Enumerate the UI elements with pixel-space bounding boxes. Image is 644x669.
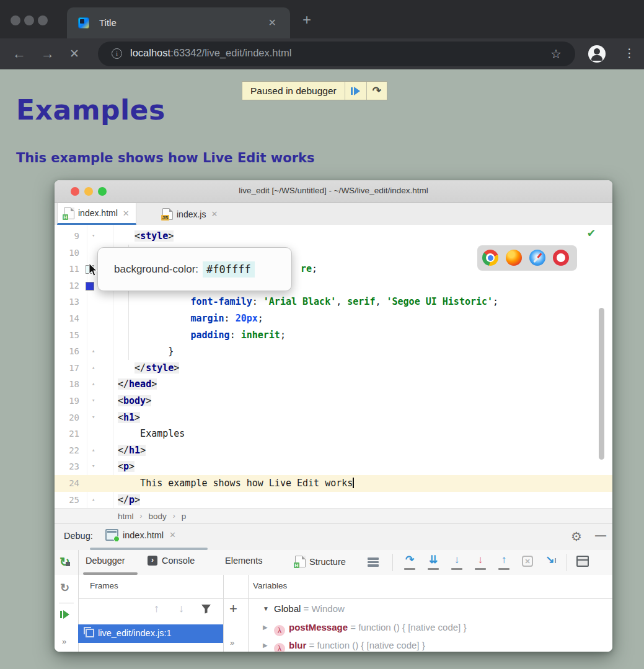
add-watch-icon[interactable]: + (229, 601, 237, 617)
opera-icon[interactable] (553, 250, 569, 266)
code-line-18[interactable]: 18▴</head> (55, 376, 612, 393)
step-out-icon[interactable]: ↑ (495, 554, 513, 570)
breadcrumb-html[interactable]: html (118, 512, 134, 521)
hide-panel-icon[interactable]: — (595, 529, 606, 542)
code-line-25[interactable]: 25▴</p> (55, 492, 612, 509)
code-line-22[interactable]: 22▴</h1> (55, 442, 612, 459)
tab-label: index.html (78, 208, 118, 218)
new-tab-button[interactable]: + (302, 14, 311, 26)
variable-postMessage[interactable]: ▶λpostMessage = function () { [native co… (248, 621, 612, 638)
filter-funnel-icon[interactable] (201, 604, 211, 614)
gear-icon[interactable]: ⚙ (571, 529, 582, 544)
site-info-icon[interactable]: i (112, 48, 122, 59)
window-zoom-button[interactable] (38, 15, 48, 25)
run-to-cursor-icon[interactable]: ↘I (542, 554, 560, 570)
browser-menu-icon[interactable]: ⋮ (624, 46, 635, 60)
expand-arrow-icon[interactable]: ▶ (263, 642, 268, 649)
refresh-frames-icon[interactable]: ↻ (60, 581, 69, 595)
debugger-tab-debugger[interactable]: Debugger (86, 556, 125, 566)
fold-marker-icon[interactable]: ▾ (92, 463, 97, 470)
smart-step-into-icon[interactable]: ↓ (471, 554, 490, 570)
line-number: 22 (55, 442, 79, 459)
step-over-icon[interactable]: ↷ (400, 554, 419, 570)
code-line-14[interactable]: 14 margin: 20px; (55, 310, 612, 327)
debugger-tab-console[interactable]: ›Console (148, 556, 195, 566)
breadcrumb-p[interactable]: p (182, 512, 187, 521)
next-frame-icon[interactable]: ↓ (179, 602, 184, 615)
editor-tab-index.js[interactable]: JSindex.js✕ (156, 203, 224, 225)
code-line-15[interactable]: 15 padding: inherit; (55, 327, 612, 344)
fold-marker-icon[interactable]: ▴ (92, 496, 97, 503)
code-line-13[interactable]: 13 font-family: 'Arial Black', serif, 'S… (55, 294, 612, 310)
code-editor[interactable]: 9▾ <style>10111213 font-family: 'Arial B… (55, 225, 612, 508)
url-host: localhost (130, 47, 170, 58)
fold-marker-icon[interactable]: ▴ (92, 447, 97, 453)
tab-close-icon[interactable]: ✕ (211, 209, 218, 219)
code-line-24[interactable]: 24 This example shows how Live Edit work… (55, 475, 612, 492)
window-close-button[interactable] (11, 15, 20, 25)
window-minimize-button[interactable] (24, 15, 34, 25)
stop-icon[interactable]: ✕ (69, 46, 79, 62)
tab-close-icon[interactable]: ✕ (268, 17, 276, 28)
debug-session-close-icon[interactable]: ✕ (169, 530, 176, 540)
debugger-tab-structure[interactable]: HStructure (295, 556, 346, 567)
more-actions-chevron-icon[interactable]: » (62, 637, 66, 646)
ide-titlebar[interactable]: live_edit [~/WS/untitled] - ~/WS/live_ed… (55, 180, 612, 203)
debugger-tab-elements[interactable]: Elements (225, 556, 262, 566)
firefox-icon[interactable] (506, 250, 522, 266)
force-step-into-icon[interactable]: ↓ (448, 554, 466, 570)
color-swatch[interactable] (86, 282, 94, 291)
profile-avatar[interactable] (588, 45, 606, 63)
evaluate-expression-icon[interactable] (576, 556, 589, 567)
expand-arrow-icon[interactable]: ▼ (263, 605, 269, 612)
selected-stack-frame[interactable]: live_edit/index.js:1 (78, 624, 223, 643)
debug-label: Debug: (64, 531, 93, 541)
inspection-ok-checkmark-icon[interactable]: ✔ (588, 225, 595, 240)
line-number: 21 (55, 426, 79, 442)
variable-blur[interactable]: ▶λblur = function () { [native code] } (248, 639, 612, 652)
step-into-icon[interactable]: ⇊ (424, 554, 443, 570)
editor-tab-index.html[interactable]: Hindex.html✕ (57, 203, 136, 225)
code-line-21[interactable]: 21 Examples (55, 426, 612, 442)
fold-marker-icon[interactable]: ▾ (92, 414, 97, 421)
previous-frame-icon[interactable]: ↑ (154, 602, 159, 615)
safari-icon[interactable] (529, 250, 545, 266)
chrome-icon[interactable] (482, 250, 498, 266)
breadcrumb-body[interactable]: body (149, 512, 167, 521)
watches-chevron-icon[interactable]: » (230, 638, 234, 647)
resume-icon (351, 87, 361, 95)
back-icon[interactable]: ← (12, 46, 26, 62)
resume-script-button[interactable] (345, 82, 367, 100)
browser-tab-strip: Title ✕ + (0, 0, 644, 38)
code-line-9[interactable]: 9▾ <style> (55, 228, 612, 245)
text-caret (353, 478, 354, 488)
forward-icon[interactable]: → (41, 46, 55, 62)
variable-global[interactable]: ▼Global = Window (248, 602, 612, 619)
webstorm-favicon (78, 17, 89, 28)
code-line-19[interactable]: 19▾<body> (55, 393, 612, 409)
fold-marker-icon[interactable]: ▾ (92, 397, 97, 404)
fold-marker-icon[interactable]: ▴ (92, 364, 97, 371)
paused-label-cell: Paused in debugger (242, 82, 345, 100)
rerun-debug-icon[interactable]: ↻ (60, 554, 70, 569)
code-line-16[interactable]: 16▴ } (55, 343, 612, 360)
fold-marker-icon[interactable]: ▾ (92, 232, 97, 239)
address-bar[interactable]: i localhost:63342/live_edit/index.html ☆ (98, 42, 575, 66)
resume-program-icon[interactable] (60, 610, 70, 619)
browser-tab[interactable]: Title ✕ (67, 7, 290, 38)
drop-frame-icon[interactable]: ✕ (518, 554, 537, 570)
code-line-23[interactable]: 23▾<p> (55, 458, 612, 475)
step-over-button[interactable]: ↷ (367, 82, 387, 100)
expand-arrow-icon[interactable]: ▶ (263, 624, 268, 631)
fold-marker-icon[interactable]: ▴ (92, 380, 97, 387)
fold-marker-icon[interactable]: ▴ (92, 348, 97, 354)
tab-close-icon[interactable]: ✕ (123, 209, 130, 218)
bookmark-star-icon[interactable]: ☆ (550, 46, 562, 61)
line-number: 16 (55, 343, 79, 360)
layout-options-icon[interactable] (368, 557, 379, 567)
debug-session-tab[interactable]: index.html ✕ (105, 529, 176, 541)
code-line-17[interactable]: 17▴ </style> (55, 360, 612, 377)
code-line-20[interactable]: 20▾<h1> (55, 409, 612, 426)
editor-scrollbar[interactable] (599, 308, 604, 460)
url-text[interactable]: localhost:63342/live_edit/index.html (130, 47, 292, 59)
